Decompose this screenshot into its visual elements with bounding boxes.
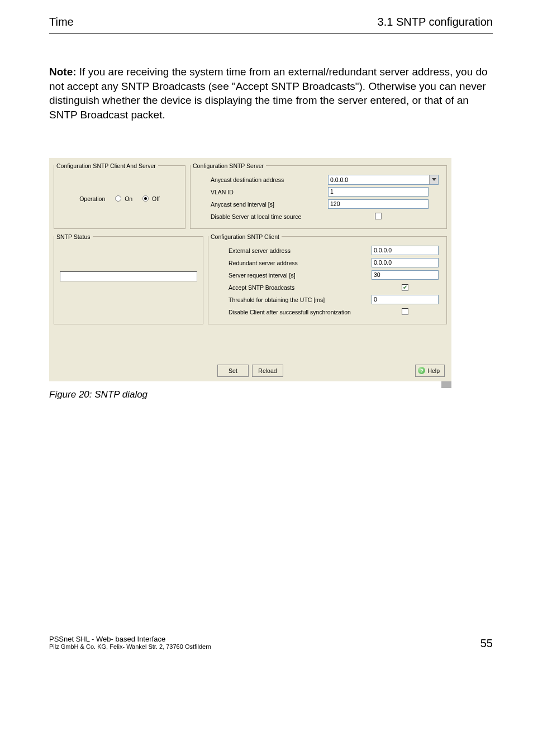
footer-line1: PSSnet SHL - Web- based Interface [49,635,211,643]
threshold-input[interactable]: 0 [372,295,439,304]
help-button[interactable]: ? Help [415,365,445,377]
accept-broadcasts-label: Accept SNTP Broadcasts [229,284,372,291]
svg-marker-0 [432,178,436,181]
page-number: 55 [480,637,493,650]
req-interval-label: Server request interval [s] [229,272,372,279]
header-right: 3.1 SNTP configuration [378,16,493,28]
send-interval-label: Anycast send interval [s] [211,201,328,208]
vlan-id-input[interactable]: 1 [328,187,429,197]
threshold-label: Threshold for obtaining the UTC [ms] [229,296,372,303]
req-interval-input[interactable]: 30 [372,270,439,280]
anycast-addr-value: 0.0.0.0 [329,175,429,184]
group-client-and-server-legend: Configuration SNTP Client And Server [54,162,158,169]
operation-off-radio[interactable] [142,195,149,202]
note-text: If you are receiving the system time fro… [49,66,488,121]
operation-label: Operation [79,195,105,202]
help-button-label: Help [427,367,440,374]
disable-after-sync-label: Disable Client after successfull synchro… [229,309,372,315]
window-corner [441,381,451,388]
ext-addr-input[interactable]: 0.0.0.0 [372,246,439,255]
operation-on-radio[interactable] [115,195,121,202]
group-sntp-server: Configuration SNTP Server Anycast destin… [190,162,447,229]
group-sntp-client-legend: Configuration SNTP Client [208,233,282,240]
send-interval-input[interactable]: 120 [328,199,429,209]
red-addr-label: Redundant server address [229,260,372,266]
disable-local-checkbox[interactable] [375,213,382,219]
red-addr-input[interactable]: 0.0.0.0 [372,258,439,267]
reload-button[interactable]: Reload [252,365,283,377]
disable-local-label: Disable Server at local time source [211,213,328,220]
sntp-status-field [60,271,197,281]
chevron-down-icon[interactable] [429,175,438,184]
group-client-and-server: Configuration SNTP Client And Server Ope… [54,162,185,229]
set-button[interactable]: Set [217,365,249,377]
note-label: Note: [49,66,77,78]
header-rule [49,33,493,34]
ext-addr-label: External server address [229,247,372,254]
anycast-addr-combo[interactable]: 0.0.0.0 [328,175,439,185]
vlan-id-label: VLAN ID [211,189,328,195]
footer-line2: Pilz GmbH & Co. KG, Felix- Wankel Str. 2… [49,643,211,650]
group-sntp-status: SNTP Status [54,233,203,324]
help-icon: ? [418,367,425,374]
note-paragraph: Note: If you are receiving the system ti… [49,65,493,122]
operation-on-label: On [125,195,132,202]
group-sntp-server-legend: Configuration SNTP Server [191,162,266,169]
figure-caption: Figure 20: SNTP dialog [49,389,493,400]
accept-broadcasts-checkbox[interactable] [402,284,408,291]
sntp-dialog: Configuration SNTP Client And Server Ope… [49,158,451,381]
operation-off-label: Off [152,195,160,202]
header-left: Time [49,16,74,28]
disable-after-sync-checkbox[interactable] [402,308,408,315]
group-sntp-status-legend: SNTP Status [54,233,93,240]
anycast-addr-label: Anycast destination address [211,176,328,183]
group-sntp-client: Configuration SNTP Client External serve… [208,233,447,324]
